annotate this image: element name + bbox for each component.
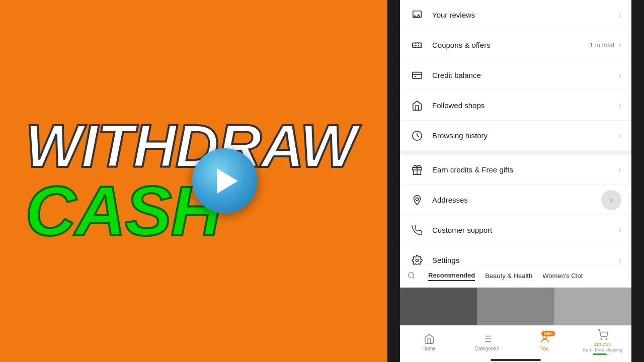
nav-cart-timer: 21:07:21 [594,342,611,347]
bottom-tabs-area: Recommended Beauty & Health Women's Clot [400,265,631,325]
phone-screen: Your reviews › Coupons & offers 1 in tot… [400,0,631,362]
svg-rect-2 [413,72,422,78]
coupon-badge: 1 in total [590,41,614,49]
tab-recommended[interactable]: Recommended [428,272,475,281]
category-tabs: Recommended Beauty & Health Women's Clot [400,265,631,288]
tab-beauty-health[interactable]: Beauty & Health [485,272,532,281]
menu-label-settings: Settings [432,256,618,264]
menu-label-earn: Earn credits & Free gifts [432,165,618,174]
categories-icon [481,333,493,345]
menu-label-support: Customer support [432,226,618,234]
phone-frame: Your reviews › Coupons & offers 1 in tot… [400,0,631,362]
chevron-icon-reviews: › [618,10,621,20]
cash-text: CASH [25,176,356,246]
addresses-circle-btn[interactable]: › [601,190,621,210]
svg-point-6 [416,259,419,262]
nav-categories-label: Categories [474,346,499,351]
text-overlay: WITHDRAW CASH [25,116,356,246]
you-badge: 199+ [541,331,554,336]
history-icon [410,129,424,143]
nav-home[interactable]: Home [400,333,458,351]
menu-label-coupons: Coupons & offers [432,41,590,49]
thumbnail-3 [554,288,631,325]
svg-point-15 [601,339,602,340]
shop-icon [410,99,424,113]
chevron-icon-coupons: › [618,40,621,50]
withdraw-text: WITHDRAW [25,116,356,176]
thumbnail-2 [477,288,554,325]
coupon-icon [410,38,424,52]
chevron-icon-settings: › [618,255,621,265]
menu-item-settings[interactable]: Settings › [400,245,631,265]
menu-label-history: Browsing history [432,131,618,140]
nav-cart[interactable]: 21:07:21 Cart | Free shipping [574,329,631,355]
support-icon [410,223,424,237]
thumbnail-1 [400,288,477,325]
menu-item-addresses[interactable]: Addresses › [400,185,631,215]
menu-item-earn-credits[interactable]: Earn credits & Free gifts › [400,155,631,185]
cart-icon [597,329,609,341]
svg-point-16 [606,339,607,340]
menu-item-your-reviews[interactable]: Your reviews › [400,0,631,30]
home-icon [423,333,435,345]
play-button[interactable] [192,148,258,214]
you-icon: 199+ [539,333,551,345]
gift-icon [410,163,424,177]
chevron-icon-history: › [618,130,621,141]
menu-item-customer-support[interactable]: Customer support › [400,215,631,245]
menu-item-followed-shops[interactable]: Followed shops › [400,90,631,121]
menu-label-shops: Followed shops [432,101,618,110]
search-small-icon [408,272,416,282]
svg-point-7 [409,273,414,278]
thumbnail-strip [400,288,631,325]
reviews-icon [410,8,424,22]
nav-categories[interactable]: Categories [458,333,516,351]
right-panel: Your reviews › Coupons & offers 1 in tot… [387,0,644,362]
nav-you[interactable]: 199+ You [516,333,574,351]
bottom-nav: Home Categories 199+ You [400,325,631,358]
menu-item-browsing-history[interactable]: Browsing history › [400,121,631,151]
home-bar [491,359,541,361]
nav-you-label: You [540,346,549,351]
chevron-icon-support: › [618,225,621,235]
menu-label-credit: Credit balance [432,71,618,79]
menu-label-addresses: Addresses [432,196,601,204]
settings-icon [410,253,424,265]
chevron-icon-credit: › [618,70,621,80]
chevron-icon-earn: › [618,164,621,175]
menu-list: Your reviews › Coupons & offers 1 in tot… [400,0,631,265]
credit-icon [410,68,424,82]
timer-fill [593,353,607,355]
svg-point-5 [416,198,419,201]
tab-womens-clothing[interactable]: Women's Clot [542,272,583,281]
section-divider [400,151,631,155]
address-icon [410,193,424,207]
nav-cart-label: Cart | Free shipping [583,347,622,353]
home-indicator [400,358,631,362]
menu-item-coupons[interactable]: Coupons & offers 1 in total › [400,30,631,60]
left-panel: WITHDRAW CASH [0,0,387,362]
nav-home-label: Home [422,346,436,351]
menu-item-credit-balance[interactable]: Credit balance › [400,60,631,90]
play-icon [217,168,238,194]
chevron-icon-shops: › [618,100,621,111]
menu-label-your-reviews: Your reviews [432,11,618,19]
timer-bar [593,353,613,355]
